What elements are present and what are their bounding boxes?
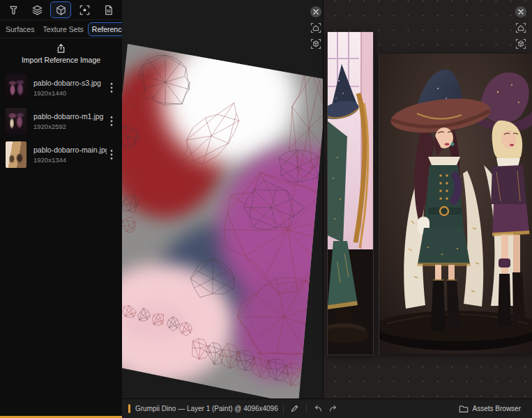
sidebar-tabs: Surfaces Texture Sets References [0, 20, 122, 38]
reference-list-item[interactable]: pablo-dobarro-s3.jpg 1920x1440 [0, 71, 122, 104]
reference-name: pablo-dobarro-main.jpg [33, 146, 107, 154]
assets-browser-label: Assets Browser [473, 405, 521, 412]
frame-object-icon[interactable] [515, 38, 526, 49]
layers-button[interactable] [26, 1, 47, 18]
upload-icon [56, 43, 66, 54]
reference-size: 1920x2592 [33, 123, 107, 130]
reference-thumbnail [6, 75, 26, 101]
assets-browser-button[interactable]: Assets Browser [455, 403, 525, 415]
reference-thumbnail [6, 141, 26, 168]
cube-icon [55, 4, 67, 16]
reference-list-item[interactable]: pablo-dobarro-main.jpg 1920x1344 [0, 138, 122, 171]
tab-texture-sets[interactable]: Texture Sets [38, 22, 87, 36]
viewport-controls [310, 6, 321, 49]
reference-image-card-two-witches[interactable] [379, 54, 532, 354]
reference-list: pablo-dobarro-s3.jpg 1920x1440 pablo-dob… [0, 68, 122, 174]
close-icon[interactable] [310, 6, 321, 17]
folder-icon [459, 405, 469, 413]
document-button[interactable] [98, 1, 119, 18]
reference-image-card-hat-chair[interactable] [327, 31, 374, 355]
reference-size: 1920x1440 [33, 89, 107, 97]
mallet-tool-button[interactable] [3, 1, 24, 18]
layers-icon [31, 4, 43, 16]
close-icon[interactable] [515, 6, 526, 17]
document-icon [102, 4, 114, 16]
pencil-icon[interactable] [289, 403, 301, 415]
home-icon[interactable] [310, 22, 321, 33]
kebab-menu-icon[interactable] [107, 82, 116, 93]
kebab-menu-icon[interactable] [107, 149, 116, 160]
uv-wireframe [122, 0, 323, 398]
viewport-controls [515, 6, 526, 49]
status-bar: Grumpii Dino — Layer 1 (Paint) @ 4096x40… [122, 398, 532, 418]
active-layer-accent [128, 404, 130, 413]
undo-icon[interactable] [312, 403, 324, 415]
mallet-tool-icon [8, 4, 20, 16]
redo-icon[interactable] [327, 403, 340, 415]
reference-name: pablo-dobarro-s3.jpg [33, 79, 107, 87]
uv-texture-plane[interactable] [122, 0, 323, 398]
focus-target-button[interactable] [75, 1, 96, 18]
left-sidebar: Surfaces Texture Sets References Import … [0, 0, 122, 418]
home-icon[interactable] [515, 22, 526, 33]
reference-name: pablo-dobarro-m1.jpg [33, 112, 107, 121]
tab-surfaces[interactable]: Surfaces [1, 22, 38, 36]
focus-target-icon [79, 4, 91, 16]
reference-list-item[interactable]: pablo-dobarro-m1.jpg 1920x2592 [0, 104, 122, 138]
reference-board[interactable] [323, 0, 532, 398]
import-reference-image-label: Import Reference Image [22, 56, 100, 64]
reference-thumbnail [6, 108, 26, 134]
sidebar-toolbar [0, 0, 122, 20]
frame-object-icon[interactable] [310, 38, 321, 49]
project-info: Grumpii Dino — Layer 1 (Paint) @ 4096x40… [135, 405, 278, 412]
reference-size: 1920x1344 [33, 156, 107, 164]
paint-2d-viewport[interactable] [122, 0, 323, 398]
cube-button[interactable] [50, 1, 71, 18]
main-area: Grumpii Dino — Layer 1 (Paint) @ 4096x40… [122, 0, 532, 418]
kebab-menu-icon[interactable] [107, 116, 116, 127]
import-reference-image-button[interactable]: Import Reference Image [0, 38, 122, 68]
